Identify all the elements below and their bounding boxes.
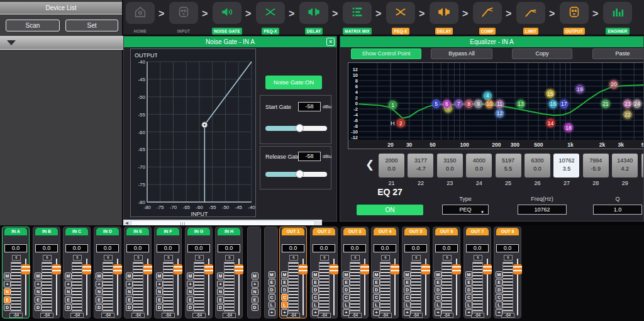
channel-button-c[interactable]: C [373,294,380,301]
channel-button-plus[interactable]: + [252,281,258,288]
channel-button-d[interactable]: D [187,304,194,311]
channel-strip-in-h[interactable]: IN H0.06-64M+NED [215,227,243,318]
eq-control-point-21[interactable]: 21 [599,98,611,110]
channel-button-c[interactable]: C [343,294,350,301]
fader-handle[interactable] [21,264,30,274]
channel-button-m[interactable]: M [156,273,163,279]
toolbar-item-matrix-mix[interactable]: MATRIX MIX [340,2,374,35]
channel-button-plus[interactable]: + [343,309,350,316]
channel-button-plus[interactable]: + [404,309,411,316]
toolbar-item-enginer[interactable]: ENGINER [601,2,635,35]
channel-header[interactable]: IN F [157,228,179,235]
channel-button-l[interactable]: L [269,301,275,308]
channel-strip-in-e[interactable]: IN E0.06-64M+NED [124,227,152,318]
copy-button[interactable]: Copy [512,48,572,59]
fader-handle[interactable] [143,264,152,274]
channel-button-e[interactable]: E [35,296,42,303]
channel-button-plus[interactable]: + [126,281,133,288]
channel-button-plus[interactable]: + [269,309,275,316]
channel-strip-in-a[interactable]: IN A0.06-64M+NED [2,227,30,318]
channel-button-l[interactable]: L [496,301,502,308]
channel-button-m[interactable]: M [373,271,380,278]
eq-freq-field[interactable]: 10762 [518,205,567,215]
channel-button-plus[interactable]: + [65,281,72,288]
channel-gain-value[interactable]: 0.0 [343,244,366,252]
channel-header[interactable]: IN C [65,228,88,235]
channel-gain-value[interactable]: 0.0 [218,244,240,252]
eq-control-point-1[interactable]: 1 [387,99,399,111]
channel-button-e[interactable]: E [281,279,288,286]
channel-gain-value[interactable]: 0.0 [4,244,27,252]
channel-button-m[interactable]: M [96,273,103,279]
channel-strip-in-c[interactable]: IN C0.06-64M+NED [63,227,91,318]
channel-button-n[interactable]: N [4,288,11,295]
scan-button[interactable]: Scan [6,20,60,31]
eq-control-point-17[interactable]: 17 [558,98,570,110]
eq-control-point-14[interactable]: 14 [545,117,557,129]
fader-handle[interactable] [235,264,243,274]
channel-button-c[interactable]: C [312,294,319,301]
channel-button-n[interactable]: N [187,288,194,295]
channel-button-c[interactable]: C [435,294,441,301]
channel-button-m[interactable]: M [252,273,258,279]
channel-button-l[interactable]: L [373,301,380,308]
fader-handle[interactable] [52,264,61,274]
eq-band-cell-23[interactable]: 3150 0.0 [437,154,463,177]
eq-control-point-15[interactable]: 15 [544,87,556,99]
eq-control-point-20[interactable]: 20 [608,79,619,91]
fader-handle[interactable] [452,264,461,274]
show-control-point-button[interactable]: Show Control Point [351,48,421,59]
eq-control-point-22[interactable]: 22 [621,109,633,121]
fader-handle[interactable] [391,264,399,274]
noise-gate-graph[interactable]: OUTPUT -40-45-50-55-60-65-70-75-80-80-75… [130,48,256,217]
channel-gain-value[interactable]: 0.0 [35,244,58,252]
channel-gain-value[interactable]: 0.0 [435,244,458,252]
noise-gate-on-button[interactable]: Noise Gate:ON [265,76,322,89]
channel-strip-out-5[interactable]: OUT 50.06-64MEDCL+ [402,227,430,318]
channel-button-c[interactable]: C [465,294,472,301]
eq-control-point-24[interactable]: 24 [631,98,643,110]
channel-button-d[interactable]: D [373,286,380,293]
channel-strip-out-4[interactable]: OUT 40.06-64MEDCL+ [371,227,399,318]
channel-gain-value[interactable]: 0.0 [157,244,179,252]
toolbar-item-delay[interactable]: DELAY [297,2,331,35]
paste-button[interactable]: Paste [592,48,644,59]
toolbar-item-home[interactable]: HOME [123,2,157,35]
channel-button-d[interactable]: D [65,304,72,311]
channel-gain-value[interactable]: 0.0 [187,244,210,252]
channel-button-e[interactable]: E [269,279,275,286]
channel-button-c[interactable]: C [496,294,502,301]
eq-band-cell-26[interactable]: 6300 0.0 [525,154,550,177]
channel-strip-out-8[interactable]: OUT 80.06-64MEDCL+ [494,227,521,318]
channel-button-d[interactable]: D [96,304,103,311]
fader-handle[interactable] [204,264,213,274]
toolbar-item-peq-x[interactable]: PEQ-X [253,2,287,35]
toolbar-item-delay[interactable]: DELAY [427,2,461,35]
channel-button-d[interactable]: D [496,286,502,293]
channel-strip-out-3[interactable]: OUT 30.06-64MEDCL+ [341,227,369,318]
start-gate-slider[interactable] [265,126,327,131]
channel-button-e[interactable]: E [435,279,441,286]
channel-button-e[interactable]: E [373,279,380,286]
channel-button-c[interactable]: C [404,294,411,301]
channel-button-d[interactable]: D [4,304,11,311]
channel-button-e[interactable]: E [65,296,72,303]
eq-band-cell-21[interactable]: 2000 0.0 [379,154,404,177]
fader-handle[interactable] [113,264,122,274]
eq-band-prev-arrow[interactable]: ❮ [365,158,374,171]
channel-button-e[interactable]: E [404,279,411,286]
channel-header[interactable]: IN E [126,228,149,235]
channel-button-l[interactable]: L [343,301,350,308]
bypass-all-button[interactable]: Bypass All [431,48,492,59]
channel-button-plus[interactable]: + [373,309,380,316]
channel-button-n[interactable]: N [217,288,224,295]
channel-button-n[interactable]: N [96,288,103,295]
fader-handle[interactable] [513,264,522,274]
channel-button-e[interactable]: E [187,296,194,303]
channel-header[interactable]: OUT 2 [313,228,335,235]
release-gate-slider[interactable] [265,172,327,177]
channel-button-plus[interactable]: + [435,309,441,316]
eq-q-field[interactable]: 1.0 [593,205,642,215]
channel-button-d[interactable]: D [269,286,275,293]
channel-button-m[interactable]: M [187,273,194,279]
